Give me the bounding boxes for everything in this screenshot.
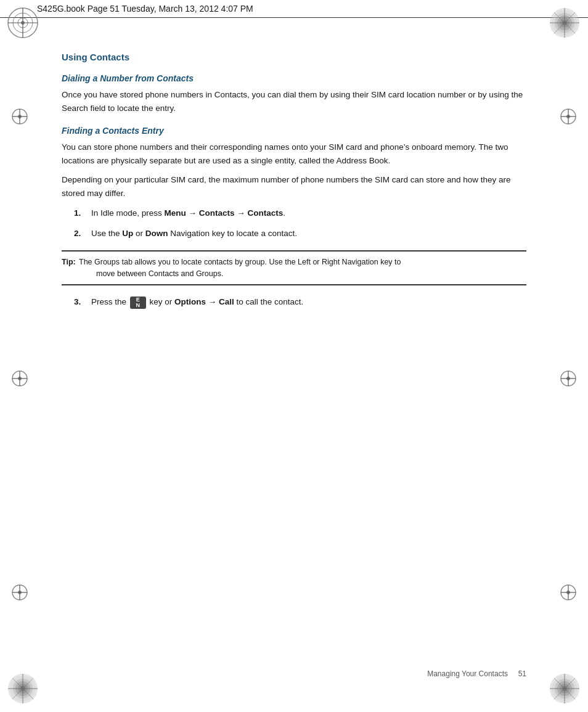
side-marker-right-mid [560,370,577,387]
corner-decoration-tr [548,6,582,40]
side-marker-left-bot [11,584,28,601]
step-2-text: Use the Up or Down Navigation key to loc… [91,227,526,240]
step-3-text: Press the SEND key or Options → Call to … [91,295,526,309]
tip-box: Tip: The Groups tab allows you to locate… [62,250,526,286]
tip-text: The Groups tab allows you to locate cont… [79,256,526,280]
subsection1-body: Once you have stored phone numbers in Co… [62,88,526,115]
step-2-number: 2. [74,227,91,240]
footer-text: Managing Your Contacts 51 [427,669,526,678]
page-content: Using Contacts Dialing a Number from Con… [62,18,526,366]
step-2: 2. Use the Up or Down Navigation key to … [74,227,526,240]
side-marker-right-bot [560,584,577,601]
subsection2-body1: You can store phone numbers and their co… [62,141,526,167]
step3-list: 3. Press the SEND key or Options → Call … [74,295,526,309]
step-1-text: In Idle mode, press Menu → Contacts → Co… [91,207,526,220]
section-title: Using Contacts [62,52,526,62]
subsection2-heading: Finding a Contacts Entry [62,126,526,136]
step-3-number: 3. [74,295,91,309]
side-marker-left-top [11,108,28,125]
corner-decoration-tl [6,6,40,40]
step-3: 3. Press the SEND key or Options → Call … [74,295,526,309]
steps-list: 1. In Idle mode, press Menu → Contacts →… [74,207,526,240]
page-footer: Managing Your Contacts 51 [0,669,588,678]
subsection2-body2: Depending on your particular SIM card, t… [62,173,526,200]
header-book-info: S425G.book Page 51 Tuesday, March 13, 20… [37,4,253,14]
step-1-number: 1. [74,207,91,220]
side-marker-left-mid [11,370,28,387]
side-marker-right-top [560,108,577,125]
send-key-icon: SEND [130,297,146,309]
step-1: 1. In Idle mode, press Menu → Contacts →… [74,207,526,220]
tip-label: Tip: [62,256,79,280]
subsection1-heading: Dialing a Number from Contacts [62,73,526,83]
header-bar: S425G.book Page 51 Tuesday, March 13, 20… [0,0,588,18]
